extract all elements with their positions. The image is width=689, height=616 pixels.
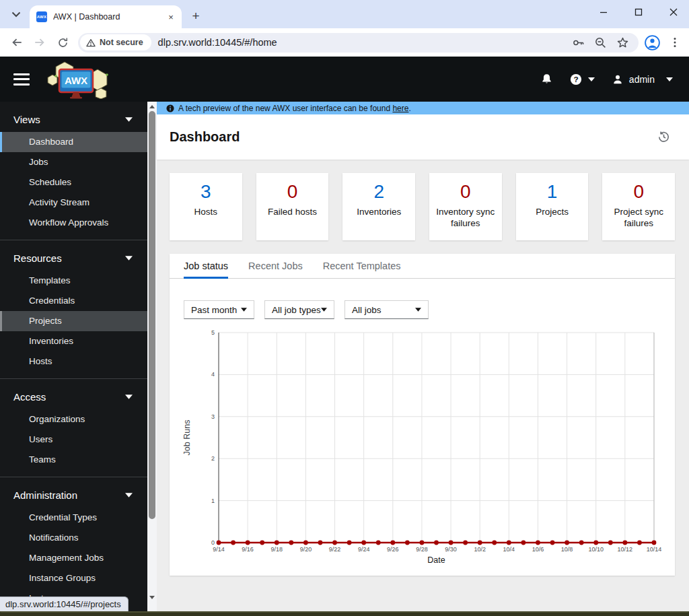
sidebar-item-notifications[interactable]: Notifications: [0, 528, 147, 548]
stat-value[interactable]: 1: [547, 182, 558, 202]
svg-text:10/4: 10/4: [503, 546, 515, 553]
filter-value: Past month: [191, 305, 237, 315]
zoom-out-icon[interactable]: [594, 36, 607, 49]
sidebar-item-dashboard[interactable]: Dashboard: [0, 132, 147, 152]
browser-window: AWX AWX | Dashboard × +: [0, 0, 689, 616]
sidebar-item-teams[interactable]: Teams: [0, 450, 147, 470]
stat-card-inventory-sync-failures[interactable]: 0Inventory sync failures: [429, 173, 502, 240]
user-icon: [612, 74, 623, 85]
forward-button[interactable]: [30, 32, 50, 53]
username: admin: [629, 74, 655, 85]
svg-text:10/8: 10/8: [561, 546, 573, 553]
url-text[interactable]: dlp.srv.world:10445/#/home: [158, 37, 572, 48]
sidebar-item-projects[interactable]: Projects: [0, 311, 147, 331]
stat-card-project-sync-failures[interactable]: 0Project sync failures: [602, 173, 675, 240]
stat-label: Projects: [532, 206, 573, 217]
nav-group-header-resources[interactable]: Resources: [0, 244, 147, 271]
sidebar-item-activity-stream[interactable]: Activity Stream: [0, 193, 147, 213]
tab-recent-templates[interactable]: Recent Templates: [323, 254, 401, 279]
scrollbar-thumb[interactable]: [149, 111, 155, 519]
stat-label: Inventory sync failures: [429, 206, 502, 229]
nav-group-header-views[interactable]: Views: [0, 106, 147, 132]
tab-recent-jobs[interactable]: Recent Jobs: [248, 254, 303, 279]
filter-select-all-job-types[interactable]: All job types: [264, 300, 334, 319]
svg-text:AWX: AWX: [65, 75, 87, 86]
svg-text:2: 2: [211, 455, 215, 462]
stat-card-hosts[interactable]: 3Hosts: [170, 173, 242, 240]
stat-label: Failed hosts: [264, 206, 321, 217]
back-button[interactable]: [7, 32, 27, 53]
new-tab-button[interactable]: +: [187, 7, 205, 25]
window-maximize-button[interactable]: [628, 3, 649, 22]
reload-button[interactable]: [52, 32, 73, 53]
nav-group-header-administration[interactable]: Administration: [0, 481, 147, 508]
job-runs-chart: 0123459/149/169/189/209/229/249/269/289/…: [170, 326, 675, 578]
activity-history-icon[interactable]: [657, 131, 670, 143]
page-scrollbar[interactable]: [147, 102, 157, 611]
sidebar-item-schedules[interactable]: Schedules: [0, 172, 147, 193]
sidebar-item-users[interactable]: Users: [0, 430, 147, 450]
site-security-chip[interactable]: Not secure: [80, 34, 151, 50]
stat-value[interactable]: 0: [460, 182, 471, 202]
stat-card-projects[interactable]: 1Projects: [516, 173, 589, 240]
page-title: Dashboard: [170, 129, 240, 145]
banner-here-link[interactable]: here: [392, 104, 408, 113]
awx-favicon-icon: AWX: [36, 11, 47, 22]
stat-label: Inventories: [353, 206, 405, 217]
filter-select-all-jobs[interactable]: All jobs: [344, 300, 429, 319]
password-key-icon[interactable]: [572, 36, 585, 49]
sidebar-item-templates[interactable]: Templates: [0, 271, 147, 291]
chevron-down-icon: [415, 308, 421, 312]
browser-tabstrip: AWX AWX | Dashboard × +: [0, 0, 689, 28]
profile-avatar-icon[interactable]: [644, 34, 661, 51]
notifications-bell-icon[interactable]: [541, 73, 552, 85]
nav-group-resources: ResourcesTemplatesCredentialsProjectsInv…: [0, 240, 147, 378]
stat-value[interactable]: 3: [201, 182, 211, 202]
sidebar-item-instance-groups[interactable]: Instance Groups: [0, 568, 147, 588]
sidebar-item-inventories[interactable]: Inventories: [0, 331, 147, 351]
address-bar[interactable]: Not secure dlp.srv.world:10445/#/home: [78, 33, 639, 53]
user-menu[interactable]: admin: [612, 74, 673, 85]
stat-value[interactable]: 0: [287, 182, 298, 202]
svg-text:3: 3: [211, 413, 215, 420]
nav-group-label: Resources: [13, 252, 62, 264]
nav-toggle-hamburger-icon[interactable]: [13, 73, 30, 85]
stat-value[interactable]: 0: [633, 182, 644, 202]
chevron-down-icon: [666, 77, 673, 81]
browser-menu-icon[interactable]: [669, 36, 681, 48]
sidebar-item-credentials[interactable]: Credentials: [0, 291, 147, 311]
tab-close-icon[interactable]: ×: [166, 11, 176, 22]
stat-card-inventories[interactable]: 2Inventories: [342, 173, 415, 240]
svg-text:9/14: 9/14: [213, 546, 225, 553]
scrollbar-up-arrow-icon[interactable]: [147, 102, 157, 111]
sidebar-item-jobs[interactable]: Jobs: [0, 152, 147, 172]
svg-text:0: 0: [211, 539, 215, 546]
svg-text:9/20: 9/20: [300, 546, 312, 553]
filter-select-past-month[interactable]: Past month: [184, 300, 254, 319]
sidebar-nav: ViewsDashboardJobsSchedulesActivity Stre…: [0, 102, 147, 611]
nav-group-header-access[interactable]: Access: [0, 383, 147, 409]
panel-tabs: Job statusRecent JobsRecent Templates: [170, 254, 675, 279]
stat-value[interactable]: 2: [373, 182, 384, 202]
tab-job-status[interactable]: Job status: [184, 254, 228, 279]
window-close-button[interactable]: [663, 3, 684, 22]
sidebar-item-credential-types[interactable]: Credential Types: [0, 508, 147, 528]
help-question-icon: ?: [570, 73, 582, 85]
sidebar-item-organizations[interactable]: Organizations: [0, 409, 147, 430]
dashboard-stat-cards: 3Hosts0Failed hosts2Inventories0Inventor…: [170, 173, 675, 240]
sidebar-item-management-jobs[interactable]: Management Jobs: [0, 548, 147, 568]
window-minimize-button[interactable]: [593, 3, 614, 22]
awx-logo[interactable]: AWX: [44, 60, 112, 99]
tab-search-chevron-icon[interactable]: [7, 5, 26, 24]
nav-group-administration: AdministrationCredential TypesNotificati…: [0, 477, 147, 611]
bookmark-star-icon[interactable]: [616, 36, 629, 49]
sidebar-item-workflow-approvals[interactable]: Workflow Approvals: [0, 213, 147, 233]
sidebar-item-hosts[interactable]: Hosts: [0, 351, 147, 372]
nav-group-label: Views: [13, 114, 40, 125]
chart-filters: Past monthAll job typesAll jobs: [170, 279, 675, 319]
scrollbar-down-arrow-icon[interactable]: [147, 592, 157, 602]
browser-tab[interactable]: AWX AWX | Dashboard ×: [30, 5, 182, 28]
chevron-down-icon: [588, 77, 595, 81]
help-menu[interactable]: ?: [570, 73, 595, 85]
stat-card-failed-hosts[interactable]: 0Failed hosts: [256, 173, 329, 240]
